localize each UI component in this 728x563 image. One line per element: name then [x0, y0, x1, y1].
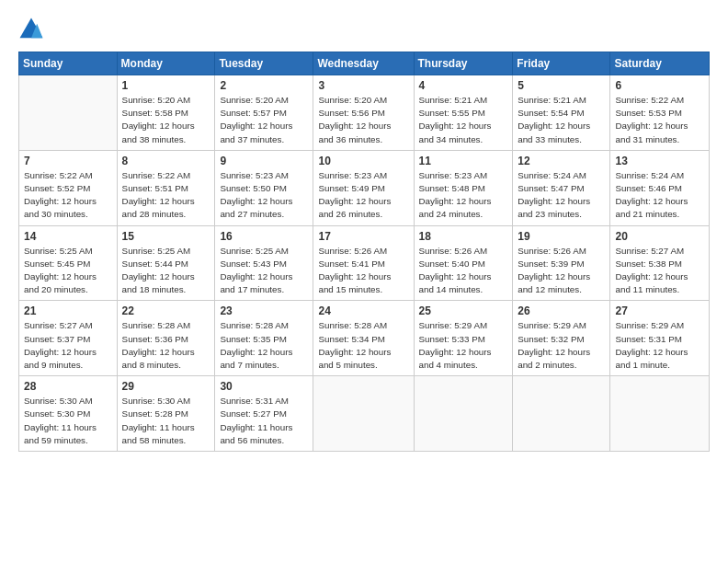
calendar-cell: 21Sunrise: 5:27 AMSunset: 5:37 PMDayligh… [19, 301, 118, 376]
day-info: Sunrise: 5:21 AMSunset: 5:54 PMDaylight:… [518, 94, 605, 146]
calendar-cell: 9Sunrise: 5:23 AMSunset: 5:50 PMDaylight… [215, 150, 313, 225]
calendar-cell: 12Sunrise: 5:24 AMSunset: 5:47 PMDayligh… [513, 150, 610, 225]
header [18, 17, 710, 42]
day-info: Sunrise: 5:20 AMSunset: 5:58 PMDaylight:… [122, 94, 210, 146]
calendar-cell: 22Sunrise: 5:28 AMSunset: 5:36 PMDayligh… [117, 301, 215, 376]
day-info: Sunrise: 5:25 AMSunset: 5:45 PMDaylight:… [24, 245, 112, 297]
day-info: Sunrise: 5:29 AMSunset: 5:33 PMDaylight:… [419, 319, 508, 372]
day-number: 26 [518, 304, 605, 317]
day-number: 13 [615, 155, 704, 167]
day-info: Sunrise: 5:28 AMSunset: 5:35 PMDaylight:… [220, 319, 308, 372]
days-of-week-row: SundayMondayTuesdayWednesdayThursdayFrid… [19, 52, 710, 75]
week-row-1: 7Sunrise: 5:22 AMSunset: 5:52 PMDaylight… [19, 150, 710, 225]
day-info: Sunrise: 5:28 AMSunset: 5:34 PMDaylight:… [318, 319, 408, 372]
day-number: 12 [518, 155, 605, 167]
dow-header-sunday: Sunday [19, 52, 118, 75]
day-number: 9 [220, 155, 308, 167]
calendar-cell: 11Sunrise: 5:23 AMSunset: 5:48 PMDayligh… [414, 150, 513, 225]
day-number: 2 [220, 79, 308, 92]
calendar-cell: 25Sunrise: 5:29 AMSunset: 5:33 PMDayligh… [414, 301, 513, 376]
dow-header-wednesday: Wednesday [313, 52, 414, 75]
calendar-cell: 1Sunrise: 5:20 AMSunset: 5:58 PMDaylight… [117, 75, 215, 151]
calendar-cell [414, 376, 513, 452]
day-info: Sunrise: 5:24 AMSunset: 5:46 PMDaylight:… [615, 169, 704, 222]
week-row-4: 28Sunrise: 5:30 AMSunset: 5:30 PMDayligh… [19, 376, 710, 452]
day-number: 28 [24, 380, 112, 393]
day-number: 16 [220, 230, 308, 243]
calendar-cell: 4Sunrise: 5:21 AMSunset: 5:55 PMDaylight… [414, 75, 513, 151]
day-number: 17 [318, 230, 408, 243]
day-number: 6 [615, 79, 704, 92]
dow-header-saturday: Saturday [610, 52, 710, 75]
calendar-cell: 16Sunrise: 5:25 AMSunset: 5:43 PMDayligh… [215, 225, 313, 301]
day-number: 8 [122, 155, 210, 167]
calendar-cell: 7Sunrise: 5:22 AMSunset: 5:52 PMDaylight… [19, 150, 118, 225]
calendar: SundayMondayTuesdayWednesdayThursdayFrid… [18, 52, 710, 452]
day-number: 3 [318, 79, 408, 92]
calendar-cell [513, 376, 610, 452]
day-info: Sunrise: 5:26 AMSunset: 5:41 PMDaylight:… [318, 245, 408, 297]
day-info: Sunrise: 5:23 AMSunset: 5:49 PMDaylight:… [318, 169, 408, 222]
day-info: Sunrise: 5:25 AMSunset: 5:44 PMDaylight:… [122, 245, 210, 297]
calendar-cell [19, 75, 118, 151]
dow-header-friday: Friday [513, 52, 610, 75]
calendar-cell: 28Sunrise: 5:30 AMSunset: 5:30 PMDayligh… [19, 376, 118, 452]
day-info: Sunrise: 5:26 AMSunset: 5:39 PMDaylight:… [518, 245, 605, 297]
calendar-cell: 6Sunrise: 5:22 AMSunset: 5:53 PMDaylight… [610, 75, 710, 151]
day-info: Sunrise: 5:20 AMSunset: 5:56 PMDaylight:… [318, 94, 408, 146]
day-info: Sunrise: 5:26 AMSunset: 5:40 PMDaylight:… [419, 245, 508, 297]
day-info: Sunrise: 5:25 AMSunset: 5:43 PMDaylight:… [220, 245, 308, 297]
day-info: Sunrise: 5:30 AMSunset: 5:30 PMDaylight:… [24, 395, 112, 447]
calendar-cell [610, 376, 710, 452]
calendar-cell: 23Sunrise: 5:28 AMSunset: 5:35 PMDayligh… [215, 301, 313, 376]
day-number: 10 [318, 155, 408, 167]
day-info: Sunrise: 5:31 AMSunset: 5:27 PMDaylight:… [220, 395, 308, 447]
day-number: 15 [122, 230, 210, 243]
day-info: Sunrise: 5:30 AMSunset: 5:28 PMDaylight:… [122, 395, 210, 447]
day-info: Sunrise: 5:22 AMSunset: 5:51 PMDaylight:… [122, 169, 210, 222]
week-row-0: 1Sunrise: 5:20 AMSunset: 5:58 PMDaylight… [19, 75, 710, 151]
calendar-cell: 10Sunrise: 5:23 AMSunset: 5:49 PMDayligh… [313, 150, 414, 225]
calendar-cell [313, 376, 414, 452]
dow-header-tuesday: Tuesday [215, 52, 313, 75]
day-number: 30 [220, 380, 308, 393]
calendar-cell: 14Sunrise: 5:25 AMSunset: 5:45 PMDayligh… [19, 225, 118, 301]
calendar-cell: 8Sunrise: 5:22 AMSunset: 5:51 PMDaylight… [117, 150, 215, 225]
calendar-cell: 3Sunrise: 5:20 AMSunset: 5:56 PMDaylight… [313, 75, 414, 151]
calendar-cell: 29Sunrise: 5:30 AMSunset: 5:28 PMDayligh… [117, 376, 215, 452]
day-info: Sunrise: 5:23 AMSunset: 5:48 PMDaylight:… [419, 169, 508, 222]
day-number: 27 [615, 304, 704, 317]
day-number: 24 [318, 304, 408, 317]
day-number: 7 [24, 155, 112, 167]
week-row-2: 14Sunrise: 5:25 AMSunset: 5:45 PMDayligh… [19, 225, 710, 301]
day-number: 18 [419, 230, 508, 243]
day-info: Sunrise: 5:22 AMSunset: 5:53 PMDaylight:… [615, 94, 704, 146]
logo-icon [18, 17, 44, 42]
calendar-body: 1Sunrise: 5:20 AMSunset: 5:58 PMDaylight… [19, 75, 710, 452]
day-number: 11 [419, 155, 508, 167]
day-number: 22 [122, 304, 210, 317]
day-number: 25 [419, 304, 508, 317]
day-number: 5 [518, 79, 605, 92]
calendar-cell: 24Sunrise: 5:28 AMSunset: 5:34 PMDayligh… [313, 301, 414, 376]
dow-header-thursday: Thursday [414, 52, 513, 75]
day-number: 1 [122, 79, 210, 92]
page: SundayMondayTuesdayWednesdayThursdayFrid… [0, 0, 728, 563]
day-info: Sunrise: 5:20 AMSunset: 5:57 PMDaylight:… [220, 94, 308, 146]
day-info: Sunrise: 5:29 AMSunset: 5:31 PMDaylight:… [615, 319, 704, 372]
calendar-cell: 18Sunrise: 5:26 AMSunset: 5:40 PMDayligh… [414, 225, 513, 301]
day-info: Sunrise: 5:23 AMSunset: 5:50 PMDaylight:… [220, 169, 308, 222]
calendar-cell: 15Sunrise: 5:25 AMSunset: 5:44 PMDayligh… [117, 225, 215, 301]
day-number: 29 [122, 380, 210, 393]
day-number: 23 [220, 304, 308, 317]
calendar-cell: 5Sunrise: 5:21 AMSunset: 5:54 PMDaylight… [513, 75, 610, 151]
calendar-cell: 20Sunrise: 5:27 AMSunset: 5:38 PMDayligh… [610, 225, 710, 301]
day-number: 21 [24, 304, 112, 317]
day-number: 19 [518, 230, 605, 243]
calendar-cell: 19Sunrise: 5:26 AMSunset: 5:39 PMDayligh… [513, 225, 610, 301]
day-info: Sunrise: 5:27 AMSunset: 5:37 PMDaylight:… [24, 319, 112, 372]
calendar-cell: 27Sunrise: 5:29 AMSunset: 5:31 PMDayligh… [610, 301, 710, 376]
day-info: Sunrise: 5:22 AMSunset: 5:52 PMDaylight:… [24, 169, 112, 222]
calendar-cell: 13Sunrise: 5:24 AMSunset: 5:46 PMDayligh… [610, 150, 710, 225]
calendar-cell: 30Sunrise: 5:31 AMSunset: 5:27 PMDayligh… [215, 376, 313, 452]
